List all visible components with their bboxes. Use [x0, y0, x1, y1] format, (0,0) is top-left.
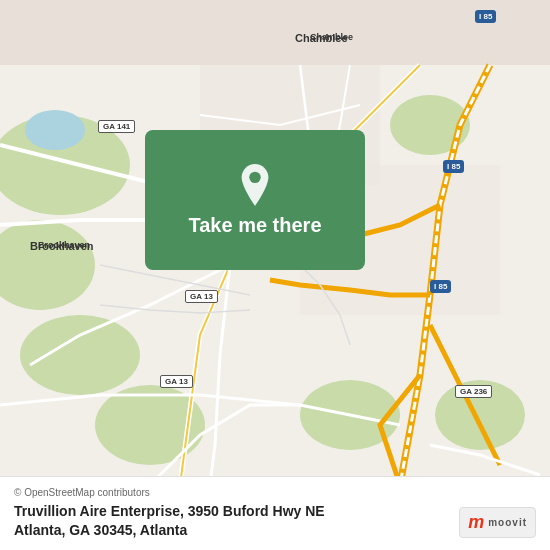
map-container: Chamblee Brookhaven GA 141 GA 13 GA 13 G…: [0, 0, 550, 550]
ga-236-shield: GA 236: [455, 385, 492, 398]
address-line1: Truvillion Aire Enterprise, 3950 Buford …: [14, 502, 325, 522]
ga-141-shield: GA 141: [98, 120, 135, 133]
take-me-there-button[interactable]: Take me there: [188, 214, 321, 237]
moovit-brand-name: moovit: [488, 517, 527, 528]
bottom-bar: © OpenStreetMap contributors Truvillion …: [0, 476, 550, 550]
chamblee-map-label: Chamblee: [295, 32, 348, 44]
i85-mid-shield: I 85: [443, 160, 464, 173]
copyright-text: © OpenStreetMap contributors: [14, 487, 536, 498]
map-pin-icon: [237, 164, 273, 206]
i85-bottom-shield: I 85: [430, 280, 451, 293]
address-line2: Atlanta, GA 30345, Atlanta: [14, 522, 325, 538]
ga-13-bottom-shield: GA 13: [160, 375, 193, 388]
moovit-logo: m moovit: [459, 507, 536, 538]
svg-point-3: [20, 315, 140, 395]
svg-point-11: [249, 171, 260, 182]
ga-13-top-shield: GA 13: [185, 290, 218, 303]
brookhaven-map-label: Brookhaven: [30, 240, 94, 252]
moovit-m-letter: m: [468, 512, 484, 533]
i85-top-shield: I 85: [475, 10, 496, 23]
action-overlay: Take me there: [145, 130, 365, 270]
map-svg: [0, 0, 550, 550]
svg-point-8: [25, 110, 85, 150]
